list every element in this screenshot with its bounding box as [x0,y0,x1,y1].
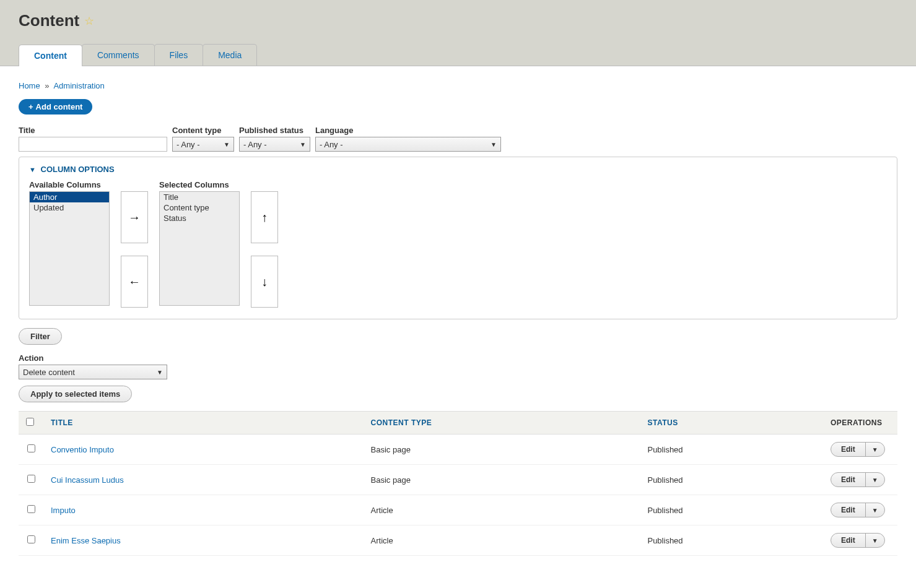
filter-published-status-select[interactable]: - Any - ▼ [239,137,310,152]
move-left-button[interactable]: ← [121,256,148,308]
content-title-link[interactable]: Cui Incassum Ludus [51,475,124,485]
available-columns-listbox[interactable]: Author Updated [29,191,110,306]
tab-comments[interactable]: Comments [82,44,155,66]
row-checkbox[interactable] [27,444,35,452]
caret-down-icon: ▼ [491,141,497,148]
filter-published-status-label: Published status [239,126,310,135]
breadcrumb-separator: » [45,81,49,90]
column-header-status[interactable]: STATUS [640,412,823,435]
selected-columns-label: Selected Columns [159,180,240,189]
breadcrumb-administration[interactable]: Administration [53,81,104,90]
selected-option-status[interactable]: Status [160,213,239,223]
filter-language-select[interactable]: - Any - ▼ [315,137,501,152]
edit-button[interactable]: Edit [831,473,866,486]
operations-dropdown-toggle[interactable]: ▼ [866,534,884,547]
status-cell: Published [640,525,823,556]
content-type-cell: Basic page [364,465,640,495]
edit-button[interactable]: Edit [831,503,866,517]
edit-button[interactable]: Edit [831,534,866,547]
apply-to-selected-button[interactable]: Apply to selected items [19,386,132,402]
caret-down-icon: ▼ [300,141,306,148]
add-content-button[interactable]: +Add content [19,99,92,115]
content-table: TITLE CONTENT TYPE STATUS OPERATIONS Con… [19,411,897,556]
action-label: Action [19,353,897,363]
content-type-cell: Article [364,495,640,525]
breadcrumb-home[interactable]: Home [19,81,40,90]
content-title-link[interactable]: Imputo [51,506,76,515]
available-option-updated[interactable]: Updated [30,202,109,213]
column-options-toggle[interactable]: ▼ COLUMN OPTIONS [29,165,887,174]
move-right-button[interactable]: → [121,191,148,243]
filter-language-value: - Any - [320,140,343,149]
column-header-title[interactable]: TITLE [43,412,364,435]
operations-dropdown-toggle[interactable]: ▼ [866,503,884,517]
caret-down-icon: ▼ [157,369,163,376]
tab-files[interactable]: Files [154,44,204,66]
breadcrumb: Home » Administration [19,81,897,90]
operations-split-button: Edit▼ [831,503,885,517]
column-header-operations: OPERATIONS [823,412,897,435]
available-columns-label: Available Columns [29,180,110,189]
selected-option-title[interactable]: Title [160,192,239,202]
action-select-value: Delete content [23,368,75,377]
column-options-label: COLUMN OPTIONS [41,165,115,174]
content-title-link[interactable]: Enim Esse Saepius [51,536,121,545]
tab-media[interactable]: Media [203,44,257,66]
column-options-panel: ▼ COLUMN OPTIONS Available Columns Autho… [19,157,897,319]
table-row: Conventio ImputoBasic pagePublishedEdit▼ [19,435,897,465]
move-up-button[interactable]: ↑ [251,191,278,243]
select-all-checkbox[interactable] [26,418,34,426]
operations-split-button: Edit▼ [831,442,885,457]
add-content-label: Add content [36,102,83,111]
filters-row: Title Content type - Any - ▼ Published s… [19,126,897,152]
edit-button[interactable]: Edit [831,443,866,456]
tab-content[interactable]: Content [19,45,82,66]
content-type-cell: Article [364,525,640,556]
content-type-cell: Basic page [364,435,640,465]
status-cell: Published [640,465,823,495]
move-down-button[interactable]: ↓ [251,256,278,308]
operations-split-button: Edit▼ [831,472,885,487]
content-title-link[interactable]: Conventio Imputo [51,445,114,454]
row-checkbox[interactable] [27,505,35,513]
table-row: ImputoArticlePublishedEdit▼ [19,495,897,525]
filter-language-label: Language [315,126,501,135]
table-row: Cui Incassum LudusBasic pagePublishedEdi… [19,465,897,495]
column-header-content-type[interactable]: CONTENT TYPE [364,412,640,435]
available-option-author[interactable]: Author [30,192,109,202]
filter-title-label: Title [19,126,167,135]
operations-dropdown-toggle[interactable]: ▼ [866,473,884,486]
action-select[interactable]: Delete content ▼ [19,365,167,379]
favorite-star-icon[interactable]: ☆ [84,14,94,28]
row-checkbox[interactable] [27,535,35,543]
caret-down-icon: ▼ [224,141,230,148]
status-cell: Published [640,435,823,465]
filter-content-type-label: Content type [172,126,234,135]
operations-dropdown-toggle[interactable]: ▼ [866,443,884,456]
status-cell: Published [640,495,823,525]
filter-title-input[interactable] [19,137,167,152]
filter-content-type-value: - Any - [177,140,200,149]
plus-icon: + [28,102,33,111]
selected-columns-listbox[interactable]: Title Content type Status [159,191,240,306]
operations-split-button: Edit▼ [831,533,885,548]
selected-option-content-type[interactable]: Content type [160,202,239,213]
page-title: Content [19,11,79,30]
row-checkbox[interactable] [27,475,35,483]
filter-content-type-select[interactable]: - Any - ▼ [172,137,234,152]
disclosure-down-icon: ▼ [29,166,36,173]
table-row: Enim Esse SaepiusArticlePublishedEdit▼ [19,525,897,556]
primary-tabs: Content Comments Files Media [19,44,897,66]
filter-button[interactable]: Filter [19,328,62,345]
filter-published-status-value: - Any - [243,140,267,149]
